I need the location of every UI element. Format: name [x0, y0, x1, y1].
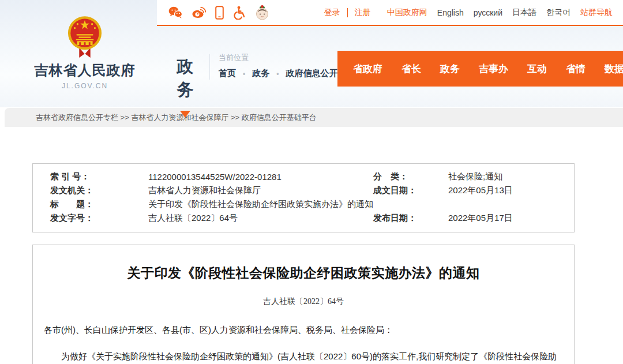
link-gov-cn[interactable]: 中国政府网: [387, 7, 427, 18]
breadcrumb-separator: [276, 70, 279, 78]
current-location: 当前位置 首页 政务 政府信息公开: [219, 52, 337, 79]
chevron-down-icon: [180, 111, 190, 118]
weibo-icon[interactable]: [192, 6, 206, 18]
main-nav: 省政府 省长 政务 吉事办 互动 省情 数据: [337, 51, 623, 87]
location-label: 当前位置: [219, 52, 337, 63]
site-domain: JL.GOV.CN: [30, 82, 140, 90]
breadcrumb: 首页 政务 政府信息公开: [219, 68, 337, 79]
accessibility-icon[interactable]: [233, 6, 246, 20]
mobile-icon[interactable]: [215, 6, 224, 20]
breadcrumb-separator: [243, 70, 245, 78]
nav-data[interactable]: 数据: [605, 62, 623, 76]
path-bar: 吉林省政府信息公开专栏 >> 吉林省人力资源和社会保障厅 >> 政府信息公开基础…: [5, 108, 623, 127]
breadcrumb-info-disclosure[interactable]: 政府信息公开: [286, 68, 337, 79]
auth-divider: [347, 8, 348, 17]
breadcrumb-zhengwu[interactable]: 政务: [252, 68, 269, 79]
auth-links: 登录 注册: [324, 7, 371, 18]
document-title: 关于印发《阶段性社会保险助企纾困政策实施办法》的通知: [44, 264, 563, 282]
header-divider: [209, 54, 210, 80]
document-info-box: 索 引 号： 1122000013544525W/2022-01281 发文机关…: [32, 163, 575, 232]
login-link[interactable]: 登录: [324, 7, 340, 18]
info-row-issuing-agency: 发文机关： 吉林省人力资源和社会保障厅: [50, 185, 373, 196]
link-russian[interactable]: русский: [474, 8, 502, 17]
nav-governor[interactable]: 省长: [401, 62, 421, 76]
document-salutation: 各市(州)、长白山保护开发区、各县(市、区)人力资源和社会保障局、税务局、社会保…: [44, 321, 563, 339]
top-links: 登录 注册 中国政府网 English русский 日本語 한국어 站群导航: [324, 7, 613, 18]
nav-zhengwu[interactable]: 政务: [440, 62, 460, 76]
mascot-icon[interactable]: [256, 5, 269, 20]
nav-interaction[interactable]: 互动: [527, 62, 547, 76]
info-row-category: 分 类： 社会保险;通知: [373, 171, 574, 182]
site-logo[interactable]: 吉林省人民政府 JL.GOV.CN: [30, 15, 140, 90]
info-row-doc-number: 发文字号： 吉人社联〔2022〕64号: [50, 213, 373, 224]
site-header: 登录 注册 中国政府网 English русский 日本語 한국어 站群导航: [0, 0, 623, 107]
nav-provincial-government[interactable]: 省政府: [353, 62, 382, 76]
register-link[interactable]: 注册: [355, 7, 371, 18]
info-column-left: 索 引 号： 1122000013544525W/2022-01281 发文机关…: [50, 170, 373, 225]
social-icons: [168, 5, 269, 20]
link-japanese[interactable]: 日本語: [512, 7, 536, 18]
info-row-publish-date: 发布日期： 2022年05月17日: [373, 213, 574, 224]
breadcrumb-home[interactable]: 首页: [219, 68, 236, 79]
section-zhengwu[interactable]: 政务: [169, 55, 201, 118]
nav-jishiban[interactable]: 吉事办: [479, 62, 508, 76]
nav-province-profile[interactable]: 省情: [566, 62, 586, 76]
wechat-icon[interactable]: [168, 6, 182, 18]
document-paragraph: 为做好《关于实施阶段性社会保险助企纾困政策的通知》(吉人社联〔2022〕60号)…: [44, 348, 563, 364]
top-bar: 登录 注册 中国政府网 English русский 日本語 한국어 站群导航: [157, 0, 623, 26]
document-body: 各市(州)、长白山保护开发区、各县(市、区)人力资源和社会保障局、税务局、社会保…: [44, 321, 563, 364]
national-emblem-icon: [30, 15, 140, 60]
link-english[interactable]: English: [437, 8, 464, 17]
info-row-written-date: 成文日期： 2022年05月13日: [373, 185, 574, 196]
page: 登录 注册 中国政府网 English русский 日本語 한국어 站群导航: [0, 0, 623, 364]
info-row-title: 标 题： 关于印发《阶段性社会保险助企纾困政策实施办法》的通知: [50, 199, 373, 210]
link-korean[interactable]: 한국어: [546, 7, 571, 18]
document-number: 吉人社联〔2022〕64号: [44, 297, 563, 307]
link-site-group-nav[interactable]: 站群导航: [580, 7, 613, 18]
info-column-right: 分 类： 社会保险;通知 成文日期： 2022年05月13日 发布日期： 202…: [373, 170, 574, 225]
info-row-index-number: 索 引 号： 1122000013544525W/2022-01281: [50, 171, 373, 182]
section-label: 政务: [169, 55, 201, 102]
site-name: 吉林省人民政府: [30, 61, 140, 80]
document-content-box: 关于印发《阶段性社会保险助企纾困政策实施办法》的通知 吉人社联〔2022〕64号…: [32, 245, 575, 364]
